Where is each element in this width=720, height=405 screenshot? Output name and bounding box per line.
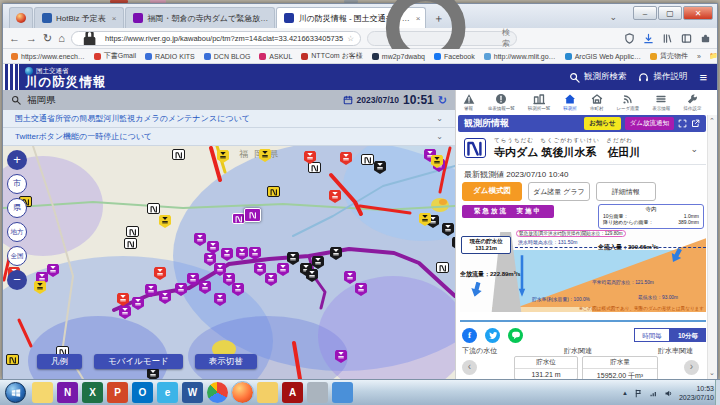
taskbar-clock[interactable]: 10:53 2023/07/10 [679, 384, 714, 403]
volume-icon[interactable] [664, 389, 673, 398]
dam-discharge-button[interactable]: ダム放流通知 [625, 117, 674, 130]
dam-marker[interactable] [147, 203, 160, 214]
reload-button[interactable]: ↻ [43, 33, 52, 44]
dam-marker-alert[interactable] [6, 354, 19, 365]
fullscreen-icon[interactable] [678, 119, 687, 128]
home-button[interactable]: ⌂ [58, 33, 65, 44]
selected-dam-marker[interactable] [244, 208, 261, 222]
browser-tab[interactable]: HotBiz 予定表× [34, 7, 124, 28]
scroll-down-icon[interactable]: ⌄ [709, 369, 715, 377]
start-button[interactable] [5, 382, 26, 403]
news-button[interactable]: お知らせ [584, 117, 620, 130]
line-share-icon[interactable] [508, 328, 523, 343]
bookmarks-more-icon[interactable]: » [697, 53, 701, 60]
dam-marker[interactable] [172, 149, 185, 160]
sidebar-icon[interactable] [681, 33, 692, 44]
taskbar-onenote-icon[interactable]: N [57, 382, 78, 403]
mobile-mode-button[interactable]: モバイルモード [94, 354, 183, 369]
bookmark-item[interactable]: RADIO KITS [145, 51, 195, 61]
hourly-button[interactable]: 時間毎 [634, 328, 670, 342]
calendar-icon[interactable] [343, 95, 353, 105]
panel-nav-home[interactable]: 観測所 [563, 93, 577, 111]
tab-close-icon[interactable]: × [112, 14, 117, 23]
chevron-down-icon[interactable]: ⌄ [690, 144, 698, 154]
taskbar-chrome-icon[interactable] [207, 382, 228, 403]
bookmark-item[interactable]: Facebook [434, 51, 475, 61]
library-icon[interactable] [662, 33, 673, 44]
dam-marker[interactable] [124, 238, 137, 249]
taskbar-ie-icon[interactable]: e [157, 382, 178, 403]
taskbar-outlook-icon[interactable]: O [132, 382, 153, 403]
notice-link[interactable]: 国土交通省所管の簡易型河川監視カメラのメンテナンスについて⌄ [3, 110, 455, 128]
panel-nav-info[interactable]: 発表情報一覧 [488, 93, 515, 111]
zoom-in-button[interactable]: + [7, 150, 27, 170]
download-icon[interactable] [643, 33, 654, 44]
notice-link[interactable]: Twitterボタン機能の一時停止について⌄ [3, 128, 455, 146]
back-button[interactable]: ← [9, 33, 20, 44]
ten-min-button[interactable]: 10分毎 [670, 328, 706, 342]
extension-icon[interactable] [700, 33, 711, 44]
network-icon[interactable] [649, 389, 658, 398]
browser-tab[interactable]: 福岡・朝倉の寺内ダムで緊急放…× [125, 7, 275, 28]
dam-marker[interactable] [436, 262, 449, 273]
dam-marker[interactable] [126, 226, 139, 237]
help-button[interactable]: 操作説明 [638, 71, 687, 83]
browser-search-field[interactable]: 検索 [367, 31, 517, 46]
display-toggle-button[interactable]: 表示切替 [195, 354, 257, 369]
zoom-level-city[interactable]: 市 [7, 174, 27, 194]
dam-marker[interactable] [361, 154, 374, 165]
panel-nav-wrench[interactable]: 操作設定 [683, 93, 701, 111]
zoom-level-region[interactable]: 地方 [7, 222, 27, 242]
taskbar-excel-icon[interactable]: X [82, 382, 103, 403]
map-canvas[interactable]: 福岡県 + 市 県 地方 全国 − 凡例 モバイルモード 表示切替 [3, 146, 455, 379]
station-search-button[interactable]: 観測所検索 [569, 71, 627, 83]
taskbar-word-icon[interactable]: W [182, 382, 203, 403]
bookmark-item[interactable]: https://www.enech… [11, 51, 85, 61]
menu-icon[interactable]: ≡ [699, 70, 707, 85]
maximize-button[interactable]: ▢ [658, 6, 682, 20]
water-level-marker-black[interactable] [147, 368, 159, 379]
external-link-icon[interactable] [691, 119, 700, 128]
page-right-button[interactable]: › [684, 360, 699, 375]
bookmark-item[interactable]: 下書Gmail [94, 51, 136, 61]
bookmark-star-icon[interactable]: ☆ [347, 34, 354, 43]
pinned-tab[interactable] [9, 7, 33, 28]
bookmark-item[interactable]: NTTCom お客様 [301, 51, 363, 61]
close-button[interactable]: ✕ [683, 6, 713, 20]
scroll-up-icon[interactable]: ⌃ [709, 117, 715, 125]
taskbar-firefox-icon[interactable] [232, 382, 253, 403]
tab-close-icon[interactable]: × [274, 14, 275, 23]
bookmark-item[interactable]: ArcGIS Web Applic… [565, 51, 641, 61]
taskbar-acrobat-icon[interactable]: A [282, 382, 303, 403]
facebook-share-icon[interactable]: f [462, 328, 477, 343]
tray-expand-icon[interactable]: ▲ [622, 390, 628, 396]
area-search-input[interactable]: 福岡県 [27, 94, 56, 107]
list-all-tabs-icon[interactable]: ⌄ [609, 12, 617, 22]
page-left-button[interactable]: ‹ [462, 360, 477, 375]
taskbar-notes-icon[interactable] [32, 382, 53, 403]
zoom-out-button[interactable]: − [7, 270, 27, 290]
panel-nav-radar[interactable]: レーダ雨量 [617, 93, 640, 111]
legend-button[interactable]: 凡例 [37, 354, 82, 369]
forward-button[interactable]: → [26, 33, 37, 44]
other-bookmarks-folder[interactable]: 📁 他のブックマーク [709, 51, 717, 61]
taskbar-app-icon[interactable] [332, 382, 353, 403]
dam-marker-alert[interactable] [267, 186, 280, 197]
action-center-flag-icon[interactable] [634, 389, 643, 398]
show-desktop-button[interactable] [715, 380, 720, 405]
panel-nav-buildings[interactable]: 観測所一覧 [528, 93, 551, 111]
bookmark-item[interactable]: DCN BLOG [204, 51, 251, 61]
view-tab-1[interactable]: ダム諸量 グラフ [528, 182, 590, 201]
shield-icon[interactable] [624, 33, 635, 44]
view-tab-2[interactable]: 詳細情報 [596, 182, 656, 201]
bookmark-item[interactable]: ASKUL [259, 51, 292, 61]
taskbar-explorer-icon[interactable] [257, 382, 278, 403]
bookmark-item[interactable]: http://www.mlit.go… [484, 51, 556, 61]
view-tab-0[interactable]: ダム模式図 [462, 182, 522, 201]
zoom-level-pref[interactable]: 県 [7, 198, 27, 218]
minimize-button[interactable]: – [633, 6, 657, 20]
panel-nav-lines[interactable]: 表示情報 [652, 93, 670, 111]
twitter-share-icon[interactable] [485, 328, 500, 343]
bookmark-item[interactable]: 賃売物件 [650, 51, 688, 61]
zoom-level-nation[interactable]: 全国 [7, 246, 27, 266]
